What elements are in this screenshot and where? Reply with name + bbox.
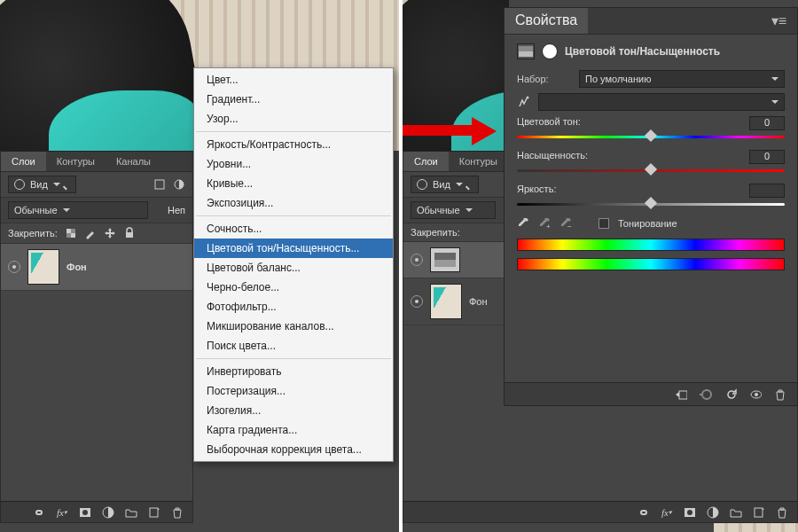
layer-filter-kind[interactable]: Вид <box>411 176 479 193</box>
clip-to-layer-icon[interactable] <box>675 388 687 401</box>
svg-rect-4 <box>71 233 75 238</box>
menu-item[interactable]: Цветовой тон/Насыщенность... <box>194 239 393 258</box>
blend-mode-select[interactable]: Обычные <box>8 201 148 219</box>
svg-rect-5 <box>126 232 133 238</box>
targeted-adjust-icon[interactable] <box>517 96 529 108</box>
mask-icon[interactable] <box>79 506 91 519</box>
mask-icon[interactable] <box>542 43 558 59</box>
properties-title: Цветовой тон/Насыщенность <box>565 45 720 58</box>
colorize-checkbox[interactable] <box>598 218 609 229</box>
preset-select[interactable]: По умолчанию <box>579 70 785 88</box>
adjustment-icon[interactable] <box>707 506 719 519</box>
hue-value[interactable]: 0 <box>749 116 785 130</box>
fx-icon[interactable]: fx▾ <box>661 506 673 519</box>
link-icon[interactable] <box>638 506 650 519</box>
properties-panel: ◂◂ ✕ Свойства ▾≡ Цветовой тон/Насыщеннос… <box>504 7 798 406</box>
blend-mode-label: Обычные <box>417 205 460 215</box>
menu-item[interactable]: Кривые... <box>194 174 393 193</box>
visibility-toggle[interactable] <box>411 254 423 266</box>
sat-value[interactable]: 0 <box>749 150 785 164</box>
tab-channels[interactable]: Каналы <box>106 152 161 171</box>
filter-pixel-icon[interactable] <box>153 178 166 191</box>
sat-slider[interactable] <box>517 166 785 175</box>
svg-rect-15 <box>519 51 533 57</box>
eyedropper-icon[interactable] <box>517 217 529 230</box>
trash-icon[interactable] <box>774 388 786 401</box>
panel-menu-icon[interactable]: ▾≡ <box>761 8 797 34</box>
eyedropper-sub-icon[interactable]: − <box>559 217 572 230</box>
menu-item[interactable]: Градиент... <box>194 90 393 109</box>
new-layer-icon[interactable] <box>148 506 160 519</box>
layer-name: Фон <box>66 262 87 272</box>
menu-item[interactable]: Узор... <box>194 109 393 129</box>
trash-icon[interactable] <box>171 506 184 519</box>
svg-rect-14 <box>519 46 533 51</box>
tab-paths[interactable]: Контуры <box>46 152 106 171</box>
filter-label: Вид <box>30 179 48 190</box>
layer-thumbnail[interactable] <box>27 249 59 285</box>
menu-item[interactable]: Карта градиента... <box>194 420 393 440</box>
svg-rect-19 <box>679 391 687 399</box>
visibility-toggle[interactable] <box>8 261 20 273</box>
eyedropper-add-icon[interactable]: + <box>538 217 551 230</box>
chevron-down-icon <box>456 183 463 186</box>
lock-pixels-icon[interactable] <box>65 227 77 239</box>
menu-item[interactable]: Инвертировать <box>194 362 393 381</box>
menu-item[interactable]: Микширование каналов... <box>194 317 393 336</box>
reset-icon[interactable] <box>724 388 737 401</box>
lightness-slider[interactable] <box>517 200 785 208</box>
menu-item[interactable]: Изогелия... <box>194 401 393 420</box>
chevron-down-icon <box>53 183 60 186</box>
lock-move-icon[interactable] <box>104 227 116 239</box>
folder-icon[interactable] <box>125 506 137 519</box>
layer-thumbnail[interactable] <box>430 284 462 319</box>
menu-item[interactable]: Цвет... <box>194 70 393 90</box>
visibility-toggle[interactable] <box>411 295 423 308</box>
menu-item[interactable]: Цветовой баланс... <box>194 258 393 278</box>
svg-rect-0 <box>155 180 164 189</box>
preset-label: Набор: <box>517 74 570 84</box>
lock-label: Закрепить: <box>8 228 58 239</box>
lock-brush-icon[interactable] <box>84 227 97 239</box>
toggle-visibility-icon[interactable] <box>749 388 762 401</box>
svg-point-7 <box>82 510 88 515</box>
adjustment-thumbnail[interactable] <box>430 247 460 272</box>
hue-slider[interactable] <box>517 132 785 141</box>
layer-filter-kind[interactable]: Вид <box>8 176 76 193</box>
tab-properties[interactable]: Свойства <box>505 8 588 34</box>
filter-adjust-icon[interactable] <box>173 178 185 191</box>
color-range-select[interactable] <box>538 93 785 111</box>
fx-icon[interactable]: fx▾ <box>56 506 68 519</box>
menu-item[interactable]: Постеризация... <box>194 381 393 401</box>
menu-item[interactable]: Сочность... <box>194 219 393 239</box>
lightness-value[interactable] <box>749 184 785 198</box>
folder-icon[interactable] <box>730 506 742 519</box>
svg-rect-3 <box>66 229 71 233</box>
annotation-arrow <box>403 117 509 142</box>
menu-item[interactable]: Уровни... <box>194 154 393 174</box>
menu-item[interactable]: Яркость/Контрастность... <box>194 135 393 154</box>
menu-item[interactable]: Черно-белое... <box>194 278 393 297</box>
tab-layers[interactable]: Слои <box>403 152 449 171</box>
blend-mode-select[interactable]: Обычные <box>411 201 496 219</box>
view-previous-icon[interactable] <box>700 388 712 401</box>
tab-paths[interactable]: Контуры <box>449 152 508 171</box>
menu-item[interactable]: Фотофильтр... <box>194 297 393 317</box>
layer-row-background[interactable]: Фон <box>1 244 192 291</box>
mask-icon[interactable] <box>684 506 696 519</box>
menu-item[interactable]: Выборочная коррекция цвета... <box>194 440 393 459</box>
menu-item[interactable]: Экспозиция... <box>194 193 393 213</box>
new-adjustment-menu: Цвет...Градиент...Узор...Яркость/Контрас… <box>193 67 394 462</box>
menu-item[interactable]: Поиск цвета... <box>194 336 393 356</box>
adjustment-icon[interactable] <box>102 506 114 519</box>
spectrum-input[interactable] <box>517 239 785 251</box>
svg-point-20 <box>702 390 711 399</box>
tab-layers[interactable]: Слои <box>1 152 46 171</box>
trash-icon[interactable] <box>776 506 788 519</box>
lock-all-icon[interactable] <box>123 227 136 239</box>
link-icon[interactable] <box>33 506 45 519</box>
svg-point-11 <box>687 510 692 515</box>
new-layer-icon[interactable] <box>753 506 765 519</box>
panel-collapse-icon[interactable]: ◂◂ ✕ <box>768 0 794 1</box>
svg-rect-13 <box>755 508 763 517</box>
